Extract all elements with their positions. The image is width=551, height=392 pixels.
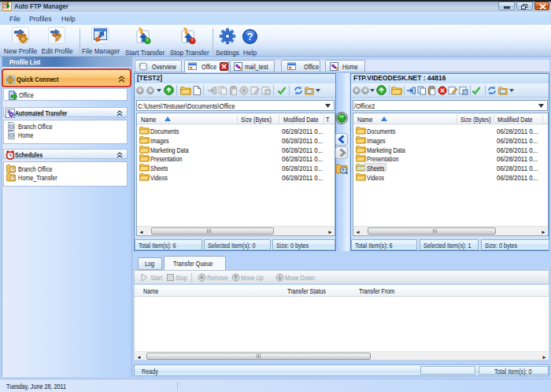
svg-text:?: ?	[247, 31, 253, 43]
